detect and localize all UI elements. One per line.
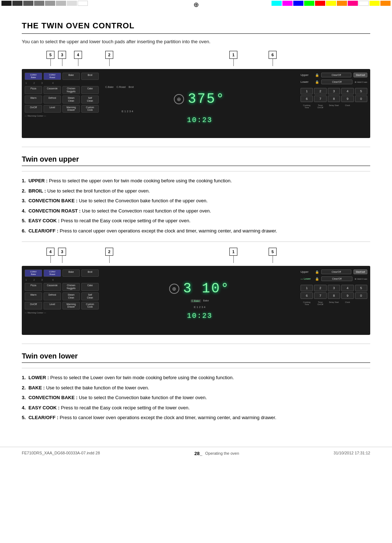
lower-cake-btn[interactable]: Cake <box>81 283 99 291</box>
key-6[interactable]: 6 <box>301 96 313 102</box>
lower-clear-off-upper-btn[interactable]: Clear/Off <box>321 270 351 274</box>
self-clean-btn[interactable]: SelfClean <box>81 96 99 104</box>
temp-display: 375° <box>188 91 225 107</box>
page-title: THE TWIN OVEN CONTROL <box>22 21 370 34</box>
color-bar-left <box>0 0 89 7</box>
page-content: THE TWIN OVEN CONTROL You can to select … <box>0 7 392 439</box>
steam-clean-btn[interactable]: SteamClean <box>62 96 80 104</box>
lower-steam-clean-btn[interactable]: SteamClean <box>62 292 80 300</box>
warming-center-label: — Warming Center — <box>25 115 99 117</box>
upper-callout-row: 5 3 4 2 1 <box>22 51 370 69</box>
lower-callout-box-1: 1 <box>229 248 237 256</box>
clear-off-lower-btn[interactable]: Clear/Off <box>321 80 352 84</box>
lower-casserole-btn[interactable]: Casserole <box>44 283 61 291</box>
warm-btn[interactable]: Warm <box>25 96 42 104</box>
lower-upper-label: Upper <box>301 270 313 273</box>
lower-start-set-btn[interactable]: Start/set <box>354 270 367 274</box>
callout-box-3: 3 <box>58 51 66 59</box>
time-display: 10:23 <box>187 116 212 124</box>
lower-callout-box-5: 5 <box>269 248 277 256</box>
chicken-nuggets-btn[interactable]: ChickenNuggets <box>62 86 80 94</box>
broil-btn[interactable]: Broil <box>81 73 99 80</box>
footer-page-num: 28_ <box>195 451 203 456</box>
lower-key-5[interactable]: 5 <box>355 285 367 291</box>
lower-bake-btn[interactable]: Bake <box>62 270 80 277</box>
lower-callout-line-5 <box>273 256 273 263</box>
swatch <box>271 1 282 6</box>
key-0[interactable]: 0 <box>355 96 367 102</box>
upper-label: Upper <box>301 73 313 77</box>
number-row: 1234 <box>25 81 99 85</box>
lower-key-8[interactable]: 8 <box>328 292 340 299</box>
lower-icon: 🔒 <box>315 80 319 84</box>
swatch <box>12 1 23 6</box>
lower-key-6[interactable]: 6 <box>301 292 313 299</box>
lower-clear-off-lower-btn[interactable]: Clear/Off <box>321 276 352 281</box>
conv-bake-btn[interactable]: CONVBake <box>25 73 42 80</box>
custom-cook-btn[interactable]: CustomCook <box>81 105 99 113</box>
numpad-label-row: CookingTime TimerOn/Off Delay Start Cloc… <box>301 104 367 109</box>
lower-warm-btn[interactable]: Warm <box>25 292 42 300</box>
on-off-btn[interactable]: On/Off <box>25 105 42 113</box>
lower-time-display: 10:23 <box>187 312 212 320</box>
numpad: 1 2 3 4 5 6 7 8 9 0 <box>301 88 367 102</box>
lower-key-3[interactable]: 3 <box>328 285 340 291</box>
button-row-3: Warm Defrost SteamClean SelfClean <box>25 96 99 104</box>
intro-text: You can to select the upper and lower to… <box>22 39 370 44</box>
lower-callout-box-4: 4 <box>46 248 54 256</box>
key-5[interactable]: 5 <box>355 88 367 94</box>
lower-chicken-nuggets-btn[interactable]: ChickenNuggets <box>62 283 80 291</box>
lower-label-cooking-time: CookingTime <box>301 301 313 305</box>
lower-upper-row: Upper 🔒 Clear/Off Start/set <box>301 270 367 274</box>
cake-btn[interactable]: Cake <box>81 86 99 94</box>
lower-key-1[interactable]: 1 <box>301 285 313 291</box>
lower-conv-roast-btn[interactable]: CONVRoast <box>44 270 61 277</box>
upper-instruction-list: 1. UPPER : Press to select the upper ove… <box>22 177 370 234</box>
start-set-upper-btn[interactable]: Start/set <box>354 73 367 77</box>
lower-instruction-5: 5. CLEAR/OFF : Press to cancel lower ove… <box>22 414 370 421</box>
lower-key-7[interactable]: 7 <box>314 292 326 299</box>
lower-level-btn[interactable]: Level <box>44 302 61 310</box>
lower-key-2[interactable]: 2 <box>314 285 326 291</box>
casserole-btn[interactable]: Casserole <box>44 86 61 94</box>
lower-upper-icon: 🔒 <box>315 270 319 274</box>
lower-pizza-btn[interactable]: Pizza <box>25 283 42 291</box>
level-btn[interactable]: Level <box>44 105 61 113</box>
swatch <box>337 1 347 6</box>
callout-box-5: 5 <box>46 51 54 59</box>
callout-box-2: 2 <box>105 51 113 59</box>
color-bar-right <box>270 0 392 7</box>
lower-diagram-divider <box>22 242 370 242</box>
key-3[interactable]: 3 <box>328 88 340 94</box>
lower-warming-drawer-btn[interactable]: WarmingDrawer <box>62 302 80 310</box>
pizza-btn[interactable]: Pizza <box>25 86 42 94</box>
lower-oven-panel: CONVBake CONVRoast Bake Broil 1234 Pizza… <box>22 266 370 335</box>
warming-drawer-btn[interactable]: WarmingDrawer <box>62 105 80 113</box>
key-1[interactable]: 1 <box>301 88 313 94</box>
key-4[interactable]: 4 <box>341 88 354 94</box>
swatch <box>348 1 358 6</box>
lower-broil-btn[interactable]: Broil <box>81 270 99 277</box>
lower-on-off-btn[interactable]: On/Off <box>25 302 42 310</box>
display-row: ⊕ 375° <box>174 91 225 107</box>
label-delay-start: Delay Start <box>328 104 340 109</box>
lower-custom-cook-btn[interactable]: CustomCook <box>81 302 99 310</box>
key-2[interactable]: 2 <box>314 88 326 94</box>
swatch <box>359 1 369 6</box>
lower-callout-1: 1 <box>229 248 237 263</box>
lower-key-4[interactable]: 4 <box>341 285 354 291</box>
key-9[interactable]: 9 <box>341 96 354 102</box>
key-7[interactable]: 7 <box>314 96 326 102</box>
lower-key-9[interactable]: 9 <box>341 292 354 299</box>
defrost-btn[interactable]: Defrost <box>44 96 61 104</box>
key-8[interactable]: 8 <box>328 96 340 102</box>
lower-self-clean-btn[interactable]: SelfClean <box>81 292 99 300</box>
bake-btn[interactable]: Bake <box>62 73 80 80</box>
clear-off-upper-btn[interactable]: Clear/Off <box>321 73 351 77</box>
upper-oven-panel: CONVBake CONVRoast Bake Broil 1234 Pizza… <box>22 69 370 138</box>
conv-roast-btn[interactable]: CONVRoast <box>44 73 61 80</box>
lower-conv-bake-btn[interactable]: CONVBake <box>25 270 42 277</box>
lower-defrost-btn[interactable]: Defrost <box>44 292 61 300</box>
lower-instruction-list: 1. LOWER : Press to select the Lower ove… <box>22 374 370 421</box>
lower-key-0[interactable]: 0 <box>355 292 367 299</box>
